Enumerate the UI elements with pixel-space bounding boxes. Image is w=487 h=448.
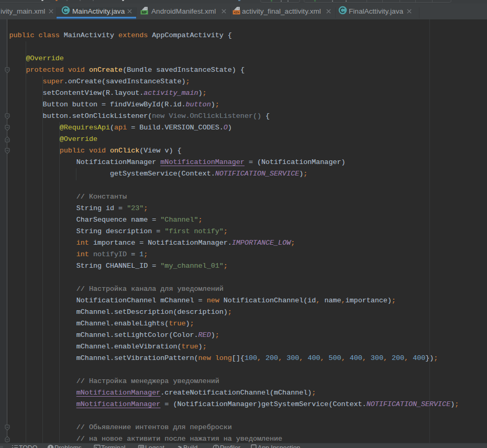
svg-text:</>: </> bbox=[234, 10, 239, 14]
svg-text:MF: MF bbox=[142, 10, 148, 14]
